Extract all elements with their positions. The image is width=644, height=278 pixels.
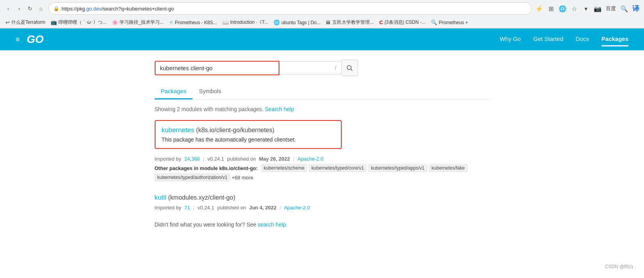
package-link-2[interactable]: kutil — [155, 194, 166, 201]
browser-actions: ⚡ ⊞ 🌐 ☆ ▾ 📷 百度 🔍 译 — [534, 4, 641, 14]
bookmark-bilibili[interactable]: 📺 哔哩哔哩（ ´･ω･）つ... — [48, 18, 109, 27]
bookmark-wuyi[interactable]: 🏛 五邑大学教学管理... — [323, 18, 376, 27]
bookmark-icon-ubuntu: 🌐 — [273, 19, 280, 25]
not-found-text: Didn't find what you were looking for? S… — [155, 221, 256, 228]
search-button[interactable] — [342, 60, 358, 76]
sep1: | — [203, 156, 204, 162]
pkg-tag-core[interactable]: kubernetes/typed/core/v1 — [309, 164, 367, 172]
search-help-link[interactable]: Search help — [265, 106, 294, 112]
bookmark-label-bilibili: 哔哩哔哩（ ´･ω･）つ... — [58, 19, 106, 26]
address-bar[interactable]: 🔒 https://pkg.go.dev/search?q=kubernetes… — [48, 2, 532, 15]
footer-text: Didn't find what you were looking for? S… — [155, 221, 490, 228]
bookmark-label-learning: 学习路径_技术学习... — [120, 19, 164, 26]
bookmark-label-prometheus2: Prometheus + — [439, 20, 468, 25]
search-shortcut: / — [279, 61, 342, 74]
go-header: ≡ GO Why Go Get Started Docs Packages — [0, 28, 644, 50]
search-input-wrapper — [155, 61, 279, 75]
go-logo: ≡ GO — [16, 33, 44, 46]
bookmark-icon-bilibili: 📺 — [51, 19, 57, 25]
tab-symbols[interactable]: Symbols — [192, 84, 228, 99]
bookmark-ubuntu[interactable]: 🌐 ubuntu Tags | Do... — [271, 19, 323, 26]
published-date-2: Jun 4, 2022 — [249, 205, 276, 211]
published-date-1: May 26, 2022 — [259, 156, 290, 162]
package-path-2: (kmodules.xyz/client-go) — [168, 194, 235, 201]
bookmark-icon-csdn: C — [379, 19, 383, 25]
search-tabs: Packages Symbols — [155, 84, 490, 100]
package-result-inner-1: kubernetes (k8s.io/client-go/kubernetes)… — [155, 120, 342, 149]
license-2[interactable]: Apache-2.0 — [284, 205, 310, 211]
forward-button[interactable]: › — [14, 4, 24, 14]
other-packages-row2: kubernetes/typed/authorization/v1 +68 mo… — [155, 174, 490, 181]
package-name-1: kubernetes (k8s.io/client-go/kubernetes) — [162, 126, 335, 134]
svg-point-0 — [347, 66, 351, 70]
back-button[interactable]: ‹ — [3, 4, 13, 14]
address-text: https://pkg.go.dev/search?q=kubernetes+c… — [62, 6, 527, 12]
pkg-tag-apps[interactable]: kubernetes/typed/apps/v1 — [368, 164, 427, 172]
pkg-tag-auth[interactable]: kubernetes/typed/authorization/v1 — [155, 174, 230, 181]
bookmark-prometheus2[interactable]: 🔍 Prometheus + — [429, 19, 470, 26]
published-label-2: published on — [217, 205, 246, 211]
package-result-1: kubernetes (k8s.io/client-go/kubernetes)… — [155, 120, 490, 181]
nav-packages[interactable]: Packages — [602, 32, 628, 46]
version-1: v0.24.1 — [207, 156, 224, 162]
bookmark-icon-prometheus2: 🔍 — [431, 19, 437, 25]
star-btn[interactable]: ☆ — [569, 4, 579, 14]
lock-icon: 🔒 — [53, 6, 59, 11]
bookmark-terraform[interactable]: ↩ 什么是Terraform — [3, 18, 48, 27]
home-button[interactable]: ⌂ — [36, 4, 46, 14]
nav-get-started[interactable]: Get Started — [533, 32, 563, 46]
refresh-button[interactable]: ↻ — [25, 4, 35, 14]
hamburger-icon[interactable]: ≡ — [16, 35, 20, 44]
lightning-btn[interactable]: ⚡ — [534, 4, 544, 14]
tab-packages[interactable]: Packages — [155, 84, 193, 99]
import-count-2[interactable]: 71 — [184, 205, 190, 211]
baidu-btn[interactable]: 📷 — [593, 4, 603, 14]
bookmark-icon-learning: 🌸 — [112, 19, 118, 25]
pkg-tag-fake[interactable]: kubernetes/fake — [429, 164, 468, 172]
nav-docs[interactable]: Docs — [576, 32, 589, 46]
translate-page-btn[interactable]: 译 — [631, 4, 641, 14]
bookmark-label-wuyi: 五邑大学教学管理... — [332, 19, 374, 26]
sep3: | — [193, 205, 194, 211]
nav-buttons: ‹ › ↻ ⌂ — [3, 4, 46, 14]
published-label-1: published on — [227, 156, 256, 162]
other-packages-1: Other packages in module k8s.io/client-g… — [155, 164, 490, 172]
more-link[interactable]: +68 more — [232, 175, 253, 181]
go-navigation: Why Go Get Started Docs Packages — [500, 32, 628, 46]
svg-line-1 — [351, 69, 352, 71]
browser-toolbar: ‹ › ↻ ⌂ 🔒 https://pkg.go.dev/search?q=ku… — [0, 0, 644, 17]
bookmark-intro[interactable]: 📖 Introduction ·《T... — [220, 18, 270, 27]
translate-btn[interactable]: 🌐 — [558, 4, 568, 14]
go-logo-text: GO — [27, 33, 44, 46]
search-container: / — [155, 60, 490, 76]
bookmark-label-terraform: 什么是Terraform — [11, 19, 45, 26]
license-1[interactable]: Apache-2.0 — [298, 156, 324, 162]
other-packages-label: Other packages in module k8s.io/client-g… — [155, 165, 258, 171]
imported-by-label-1: Imported by — [155, 156, 182, 162]
imported-by-label-2: Imported by — [155, 205, 182, 211]
baidu-label: 百度 — [604, 5, 618, 12]
import-count-1[interactable]: 24,368 — [184, 156, 200, 162]
results-info: Showing 2 modules with matching packages… — [155, 106, 490, 112]
version-2: v0.24.1 — [198, 205, 214, 211]
apps-btn[interactable]: ⊞ — [546, 4, 556, 14]
results-summary-text: Showing 2 modules with matching packages… — [155, 106, 263, 112]
bookmark-prometheus[interactable]: ✳ Prometheus - K8S... — [167, 19, 219, 26]
package-desc-1: This package has the automatically gener… — [162, 136, 335, 143]
search-input[interactable] — [160, 65, 274, 71]
bookmarks-bar: ↩ 什么是Terraform 📺 哔哩哔哩（ ´･ω･）つ... 🌸 学习路径_… — [0, 17, 644, 28]
package-result-2: kutil (kmodules.xyz/client-go) Imported … — [155, 194, 490, 211]
dropdown-btn[interactable]: ▾ — [581, 4, 591, 14]
package-link-1[interactable]: kubernetes — [162, 126, 194, 134]
bookmark-icon-prometheus: ✳ — [169, 19, 173, 25]
search-btn-browser[interactable]: 🔍 — [619, 4, 629, 14]
package-path-1: (k8s.io/client-go/kubernetes) — [196, 127, 274, 133]
bookmark-label-csdn: (3条消息) CSDN -... — [385, 19, 425, 26]
package-name-2: kutil (kmodules.xyz/client-go) — [155, 194, 490, 202]
nav-why-go[interactable]: Why Go — [500, 32, 521, 46]
pkg-tag-scheme[interactable]: kubernetes/scheme — [261, 164, 307, 172]
bookmark-icon-terraform: ↩ — [5, 19, 10, 25]
search-help-footer-link[interactable]: search help. — [258, 221, 287, 228]
bookmark-learning[interactable]: 🌸 学习路径_技术学习... — [109, 18, 166, 27]
bookmark-csdn[interactable]: C (3条消息) CSDN -... — [377, 18, 428, 27]
